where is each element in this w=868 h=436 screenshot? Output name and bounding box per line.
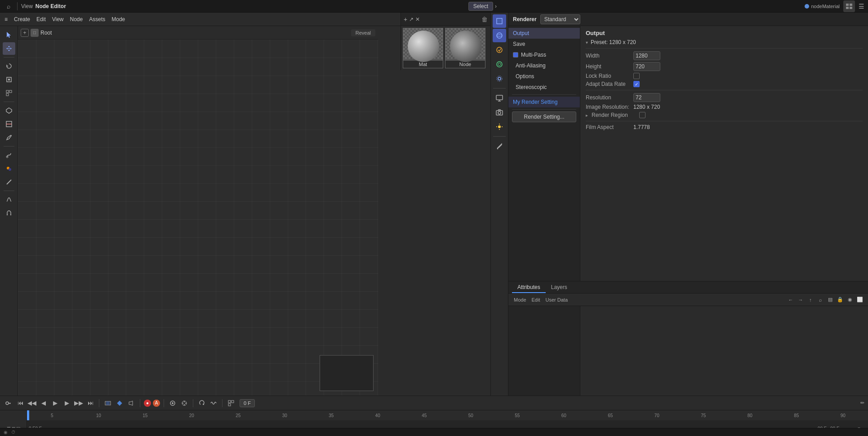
user-data-btn[interactable]: User Data xyxy=(544,297,570,303)
fps-icon[interactable] xyxy=(168,398,178,408)
select-button[interactable]: Select xyxy=(468,2,493,11)
height-input[interactable] xyxy=(633,62,660,71)
light-icon[interactable] xyxy=(493,120,506,133)
search-icon[interactable]: ⌕ xyxy=(4,1,13,11)
color-tool-icon[interactable] xyxy=(3,162,15,175)
audio-icon[interactable] xyxy=(126,398,136,408)
nav-anti-aliasing[interactable]: Anti-Aliasing xyxy=(508,60,580,71)
expand-attr-icon[interactable]: ⬜ xyxy=(855,295,864,304)
render-cube-icon[interactable] xyxy=(493,14,506,28)
nav-output[interactable]: Output xyxy=(508,28,580,39)
menu-view[interactable]: View xyxy=(49,15,67,23)
object-icon[interactable] xyxy=(493,29,506,42)
tab-layers[interactable]: Layers xyxy=(546,282,573,293)
render-region-expand-icon[interactable]: ▸ xyxy=(586,113,588,118)
polygon-tool-icon[interactable] xyxy=(3,104,15,117)
svg-point-47 xyxy=(172,402,174,404)
skip-back-icon[interactable]: ⏮ xyxy=(15,398,25,408)
nav-multi-pass[interactable]: Multi-Pass xyxy=(508,49,580,60)
transform-tool-icon[interactable] xyxy=(3,87,15,99)
nav-save[interactable]: Save xyxy=(508,39,580,49)
material-arrow-icon[interactable]: ↗ xyxy=(409,16,414,22)
right-icon-bar xyxy=(490,13,508,409)
nav-stereoscopic[interactable]: Stereoscopic xyxy=(508,82,580,93)
panel-icon[interactable] xyxy=(843,0,855,12)
camera-icon[interactable] xyxy=(493,106,506,119)
play-btn[interactable]: ▶ xyxy=(50,398,60,408)
add-material-btn[interactable]: + xyxy=(404,16,407,23)
eye-icon[interactable]: ◉ xyxy=(846,295,855,304)
menu-mode[interactable]: Mode xyxy=(109,15,128,23)
nav-divider xyxy=(512,94,576,95)
material-x-icon[interactable]: ✕ xyxy=(415,16,420,22)
lock-attr-icon[interactable]: 🔒 xyxy=(836,295,845,304)
snap-icon[interactable] xyxy=(179,398,189,408)
nav-multi-pass-label: Multi-Pass xyxy=(521,52,546,58)
render-setting-btn[interactable]: Render Setting... xyxy=(512,111,576,122)
preset-chevron-icon[interactable]: ▾ xyxy=(586,40,588,45)
multi-pass-checkbox[interactable] xyxy=(513,52,518,58)
status-icon[interactable]: ◉ xyxy=(4,430,8,435)
material-trash-icon[interactable]: 🗑 xyxy=(481,16,488,23)
node-minimap[interactable] xyxy=(320,355,374,391)
nav-options[interactable]: Options xyxy=(508,71,580,82)
menu-edit[interactable]: Edit xyxy=(34,15,49,23)
renderer-select[interactable]: Standard Physical ProRender xyxy=(540,14,580,24)
render-region-checkbox[interactable] xyxy=(639,112,645,118)
mat-thumbnail[interactable]: Mat xyxy=(403,28,443,68)
filter-icon[interactable]: ▤ xyxy=(826,295,835,304)
up-icon[interactable]: ↑ xyxy=(806,295,815,304)
node-canvas[interactable] xyxy=(18,40,378,396)
node-thumbnail[interactable]: Node xyxy=(445,28,485,68)
next-key-icon[interactable]: ▶▶ xyxy=(74,398,84,408)
breadcrumb-plus-btn[interactable]: + xyxy=(21,29,29,37)
menu-create[interactable]: Create xyxy=(11,15,33,23)
nav-stereoscopic-label: Stereoscopic xyxy=(516,84,547,90)
menu-node[interactable]: Node xyxy=(67,15,86,23)
edge-tool-icon[interactable] xyxy=(3,118,15,130)
prev-key-icon[interactable]: ◀◀ xyxy=(27,398,37,408)
mode-btn[interactable]: Mode xyxy=(512,297,528,303)
my-render-setting[interactable]: My Render Setting xyxy=(508,97,580,107)
back-icon[interactable]: ← xyxy=(786,295,795,304)
menu-hamburger[interactable]: ≡ xyxy=(2,15,10,23)
forward-icon[interactable]: → xyxy=(796,295,805,304)
autokey-btn[interactable]: A xyxy=(153,400,160,407)
move-tool-icon[interactable] xyxy=(3,42,15,55)
menu-assets[interactable]: Assets xyxy=(86,15,108,23)
settings-icon[interactable] xyxy=(493,72,506,85)
magnet-tool-icon[interactable] xyxy=(3,207,15,219)
skip-fwd-icon[interactable]: ⏭ xyxy=(85,398,95,408)
paint-tool-icon[interactable] xyxy=(3,149,15,161)
lock-ratio-checkbox[interactable] xyxy=(633,73,640,79)
adapt-data-rate-checkbox[interactable]: ✓ xyxy=(633,81,640,87)
wave-icon[interactable] xyxy=(209,398,218,408)
rotate-tool-icon[interactable] xyxy=(3,60,15,72)
spline-tool-icon[interactable] xyxy=(3,193,15,206)
select-tool-icon[interactable] xyxy=(3,29,15,41)
more-tools-icon[interactable] xyxy=(226,398,236,408)
range-icon[interactable] xyxy=(103,398,113,408)
line-tool-icon[interactable] xyxy=(3,176,15,188)
material-icon[interactable] xyxy=(493,58,506,71)
step-back-icon[interactable]: ◀ xyxy=(39,398,49,408)
draw-tool-icon[interactable] xyxy=(3,131,15,144)
key-icon[interactable] xyxy=(4,398,13,408)
record-btn[interactable]: ● xyxy=(144,400,151,407)
step-fwd-icon[interactable]: ▶ xyxy=(62,398,72,408)
display-icon[interactable] xyxy=(493,91,506,105)
search-attr-icon[interactable]: ⌕ xyxy=(816,295,825,304)
resolution-input[interactable] xyxy=(633,93,660,102)
scale-tool-icon[interactable] xyxy=(3,73,15,86)
hamburger-menu-icon[interactable]: ☰ xyxy=(859,3,864,10)
timeline-edit-icon[interactable]: ✏ xyxy=(860,400,864,406)
tab-attributes[interactable]: Attributes xyxy=(512,282,546,293)
chevron-right-icon[interactable]: › xyxy=(495,3,497,9)
edit-btn[interactable]: Edit xyxy=(530,297,542,303)
output-section: Output ▾ Preset: 1280 x 720 Width Height… xyxy=(580,26,868,136)
width-input[interactable] xyxy=(633,51,660,60)
cycle-icon[interactable] xyxy=(197,398,207,408)
keyframe-icon[interactable] xyxy=(115,398,125,408)
brush-icon[interactable] xyxy=(493,139,506,153)
tag-icon[interactable] xyxy=(493,43,506,57)
